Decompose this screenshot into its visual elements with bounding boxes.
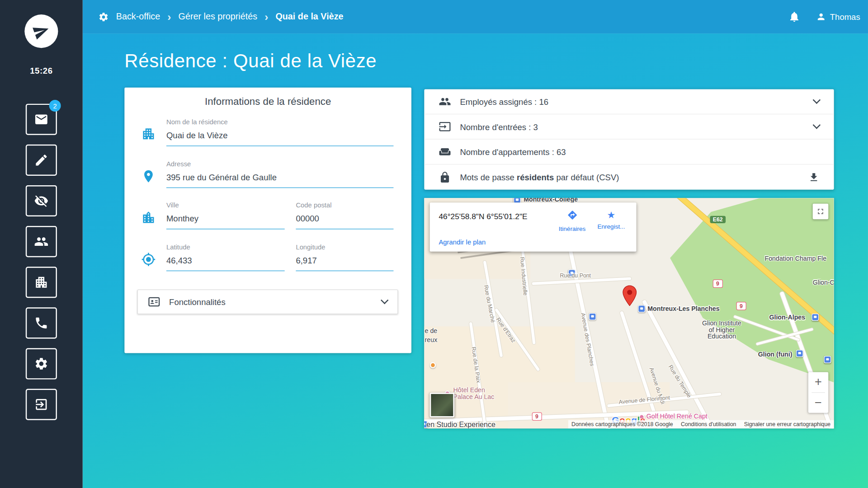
door-enter-icon — [439, 121, 451, 133]
sidebar-item-edit[interactable] — [26, 145, 57, 176]
map-label-eden: Hôtel Eden Palace Au Lac — [453, 387, 495, 400]
map-label-planches-stop: Montreux-Les Planches — [647, 305, 719, 312]
directions-icon — [567, 210, 577, 220]
route-shield-9: 9 — [736, 302, 746, 310]
field-label: Code postal — [296, 202, 393, 209]
longitude-field: Longitude — [296, 243, 393, 271]
apartments-icon — [439, 145, 451, 158]
transit-stop-icon — [824, 356, 831, 363]
breadcrumb-properties[interactable]: Gérer les propriétés — [179, 12, 258, 22]
map-label-alpes: Glion-Alpes — [769, 314, 805, 321]
zoom-out-button[interactable] — [808, 393, 828, 413]
postal-input[interactable] — [296, 214, 393, 229]
map-pin-icon — [141, 169, 156, 183]
people-icon — [439, 95, 451, 108]
transit-stop-icon — [638, 305, 645, 312]
field-label: Latitude — [166, 243, 285, 251]
save-label: Enregist... — [593, 223, 629, 230]
sidebar-item-messages[interactable]: 2 — [26, 104, 57, 135]
field-label: Nom de la résidence — [166, 118, 394, 126]
app-logo[interactable] — [24, 14, 58, 48]
sidebar-nav: 2 — [26, 104, 57, 420]
route-shield-e62: E62 — [710, 216, 726, 223]
chevron-down-icon — [813, 96, 821, 103]
features-expander[interactable]: Fonctionnalités — [137, 290, 398, 314]
fullscreen-icon — [816, 207, 825, 216]
passwords-label: Mots de passe résidents par défaut (CSV) — [460, 173, 808, 182]
edit-icon — [34, 153, 48, 167]
sidebar-item-visibility[interactable] — [26, 185, 57, 216]
building-icon — [141, 127, 156, 141]
longitude-input[interactable] — [296, 255, 393, 270]
map-label-studio: en Studio Experience — [426, 420, 495, 429]
map-label-funi: Glion (funi) — [758, 351, 793, 358]
map-label-fondation: Fondation Champ Fle — [765, 255, 827, 262]
download-icon[interactable] — [808, 172, 820, 183]
map-attribution: Données cartographiques ©2018 Google Con… — [568, 420, 834, 429]
satellite-thumbnail[interactable] — [430, 393, 454, 417]
person-icon — [816, 12, 826, 22]
map-label-golf: Golf Hôtel René Capt — [646, 413, 708, 420]
attribution-data: Données cartographiques ©2018 Google — [571, 421, 673, 427]
topbar: Back-office Gérer les propriétés Quai de… — [83, 0, 868, 33]
directions-button[interactable]: Itinéraires — [554, 210, 590, 232]
address-field: Adresse — [166, 160, 394, 188]
bell-icon[interactable] — [788, 10, 800, 23]
map-info-card: 46°25'58.8"N 6°55'01.2"E Itinéraires Enr… — [430, 202, 637, 252]
main-content: Résidence : Quai de la Vièze Information… — [83, 33, 868, 488]
map-label-glion-c: Glion-C — [813, 279, 834, 286]
user-menu[interactable]: Thomas — [816, 12, 860, 22]
enlarge-map-link[interactable]: Agrandir le plan — [439, 238, 486, 246]
fullscreen-button[interactable] — [813, 204, 829, 220]
field-label: Ville — [166, 202, 285, 209]
topbar-actions: Thomas — [788, 10, 860, 23]
breadcrumb-current: Quai de la Vièze — [275, 12, 343, 22]
map-embed: E62 9 9 9 Montreux-College Musée de Mont… — [424, 198, 834, 428]
sidebar-item-phone[interactable] — [26, 307, 57, 338]
lock-icon — [439, 171, 451, 183]
city-input[interactable] — [166, 214, 285, 229]
terms-link[interactable]: Conditions d'utilisation — [681, 421, 736, 427]
passwords-prefix: Mots de passe — [460, 173, 517, 182]
transit-stop-icon — [796, 350, 803, 357]
map-label-pont: Rue du Pont — [560, 272, 591, 279]
address-input[interactable] — [166, 173, 394, 188]
features-label: Fonctionnalités — [169, 297, 382, 306]
latitude-field: Latitude — [166, 243, 285, 271]
chevron-down-icon — [813, 121, 821, 129]
sidebar-clock: 15:26 — [0, 66, 83, 75]
breadcrumb-backoffice[interactable]: Back-office — [116, 12, 160, 22]
app-window: 15:26 2 Back-office Gérer les propriétés… — [0, 0, 868, 488]
sidebar-item-logout[interactable] — [26, 389, 57, 420]
report-error-link[interactable]: Signaler une erreur cartographique — [744, 421, 831, 427]
zoom-in-button[interactable] — [808, 372, 828, 392]
residence-name-field: Nom de la résidence — [166, 118, 394, 146]
save-place-button[interactable]: Enregist... — [593, 210, 629, 230]
map-label-fragment: e de — [425, 328, 438, 334]
city-icon — [141, 210, 156, 225]
zoom-control — [808, 372, 828, 413]
entrances-row[interactable]: Nombre d'entrées : 3 — [424, 114, 834, 140]
sidebar-item-properties[interactable] — [26, 267, 57, 298]
passwords-row: Mots de passe résidents par défaut (CSV) — [424, 164, 834, 190]
route-shield-9: 9 — [713, 280, 723, 288]
sidebar-item-settings[interactable] — [26, 348, 57, 379]
directions-label: Itinéraires — [554, 225, 590, 232]
building-icon — [34, 275, 48, 290]
map-marker-pin — [623, 285, 637, 306]
route-shield-9: 9 — [532, 412, 542, 421]
field-label: Adresse — [166, 160, 394, 168]
map-label-fragment: reux — [425, 337, 438, 343]
messages-badge: 2 — [49, 100, 61, 112]
employees-row[interactable]: Employés assignés : 16 — [424, 89, 834, 115]
passwords-suffix: par défaut (CSV) — [554, 173, 619, 182]
residence-name-input[interactable] — [166, 131, 394, 145]
entrances-label: Nombre d'entrées : 3 — [460, 122, 814, 131]
latitude-input[interactable] — [166, 255, 285, 270]
star-icon — [607, 210, 616, 220]
chevron-right-icon — [167, 10, 171, 23]
sidebar-item-users[interactable] — [26, 226, 57, 257]
user-name: Thomas — [830, 12, 860, 22]
summary-panel: Employés assignés : 16 Nombre d'entrées … — [424, 89, 834, 190]
card-title: Informations de la résidence — [124, 96, 411, 108]
